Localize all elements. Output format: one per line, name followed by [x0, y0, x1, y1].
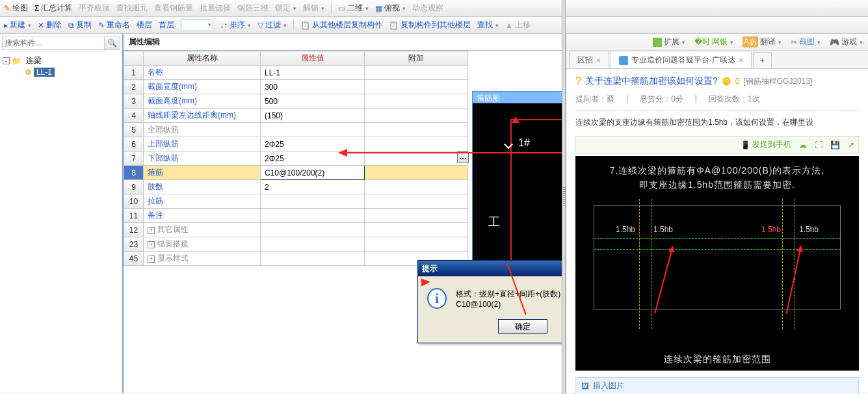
tree-child[interactable]: ⚙ LL-1: [3, 67, 120, 77]
prop-extra[interactable]: [365, 66, 468, 80]
share-icon[interactable]: ↗: [848, 140, 854, 150]
sum-tool[interactable]: Σ汇总计算: [34, 3, 72, 14]
property-row[interactable]: 4轴线距梁左边线距离(mm)(150): [124, 109, 468, 123]
insert-image-bar[interactable]: 🖼 插入图片: [575, 377, 859, 394]
prop-name: 上部纵筋: [144, 137, 261, 151]
tree-root[interactable]: - 📁 连梁: [3, 55, 120, 67]
property-row[interactable]: 23+锚固搭接: [124, 237, 468, 252]
qa-content: ? 关于连梁中箍筋加密该如何设置? 🪙 0 [钢筋抽样GGJ2013] 提问者：…: [566, 69, 868, 394]
rename-btn[interactable]: ✎ 重命名: [98, 20, 130, 31]
screenshot-menu[interactable]: ✂截图▾: [791, 36, 821, 47]
translate-menu[interactable]: Aあ翻译▾: [743, 36, 782, 47]
new-tab-button[interactable]: +: [753, 52, 772, 68]
fullscreen-icon[interactable]: ⛶: [815, 140, 822, 150]
move-up[interactable]: ▲ 上移: [505, 20, 531, 31]
tab-main[interactable]: 专业造价问题答疑平台-广联达×: [611, 51, 752, 68]
property-row[interactable]: 45+显示样式: [124, 252, 468, 266]
prop-value[interactable]: [261, 123, 365, 137]
draw-tool[interactable]: ✎绘图: [4, 3, 28, 14]
copy-to[interactable]: 📋 复制构件到其他楼层: [389, 20, 471, 31]
close-icon[interactable]: ×: [739, 56, 743, 65]
favicon-icon: [619, 56, 628, 65]
copy-btn[interactable]: ⧉ 复制: [68, 20, 92, 31]
delete-btn[interactable]: ✕ 删除: [38, 20, 62, 31]
prop-name: 截面高度(mm): [144, 94, 261, 109]
game-menu[interactable]: 🎮游戏▾: [830, 36, 863, 47]
prop-extra[interactable]: [365, 137, 468, 151]
prop-extra[interactable]: [365, 109, 468, 123]
first-floor[interactable]: 首层: [159, 20, 174, 31]
property-row[interactable]: 1名称LL-1: [124, 66, 468, 80]
prop-value[interactable]: 2Φ25: [261, 137, 365, 151]
filter-btn[interactable]: ▽ 过滤▾: [257, 20, 287, 31]
separator: [331, 3, 332, 14]
prop-extra[interactable]: [365, 80, 468, 94]
dyn-view[interactable]: 动态观察: [412, 3, 443, 14]
batch-select[interactable]: 批量选择: [200, 3, 231, 14]
search-input[interactable]: [3, 36, 104, 49]
send-phone[interactable]: 📱 发送到手机: [741, 139, 791, 150]
bank-menu[interactable]: �时网银▾: [694, 36, 733, 47]
tab-left[interactable]: 区招×: [569, 51, 609, 68]
prop-value[interactable]: 2: [261, 180, 365, 194]
property-row[interactable]: 9肢数2: [124, 180, 468, 194]
overlook[interactable]: ▦俯视▾: [375, 3, 406, 14]
dialog-ok-button[interactable]: 确定: [498, 319, 547, 334]
preview-label: 1#: [518, 137, 530, 149]
cloud-icon[interactable]: ☁: [799, 140, 807, 150]
new-btn[interactable]: ▸ 新建▾: [4, 20, 31, 31]
property-row[interactable]: 5全部纵筋: [124, 123, 468, 137]
unlock[interactable]: 解锁▾: [303, 3, 324, 14]
find-view[interactable]: 查找图元: [116, 3, 148, 14]
property-row[interactable]: 8箍筋C10@100/200(2): [124, 166, 468, 180]
floor-combo[interactable]: 楼层: [137, 20, 152, 31]
prop-name: 截面宽度(mm): [144, 80, 261, 94]
prop-extra[interactable]: [365, 180, 468, 194]
copy-from[interactable]: 📋 从其他楼层复制构件: [300, 20, 382, 31]
sort-btn[interactable]: ↓↑ 排序▾: [220, 20, 251, 31]
property-row[interactable]: 10拉筋: [124, 194, 468, 209]
property-row[interactable]: 3截面高度(mm)500: [124, 94, 468, 109]
prop-value[interactable]: 300: [261, 80, 365, 94]
dialog-title-text: 提示: [422, 263, 438, 274]
property-row[interactable]: 11备注: [124, 209, 468, 223]
prop-value[interactable]: [261, 194, 365, 209]
row-index: 3: [124, 94, 144, 109]
prop-extra[interactable]: [365, 194, 468, 209]
prop-value[interactable]: (150): [261, 109, 365, 123]
toolbar-top: ✎绘图 Σ汇总计算 平齐板顶 查找图元 查看钢筋量 批量选择 钢筋三维 锁定▾ …: [0, 0, 868, 17]
prop-extra[interactable]: [365, 166, 468, 180]
level-tool[interactable]: 平齐板顶: [79, 3, 110, 14]
collapse-icon[interactable]: -: [3, 57, 10, 64]
save-icon[interactable]: 💾: [830, 140, 840, 150]
prop-value[interactable]: C10@100/200(2): [261, 166, 365, 180]
floor-select[interactable]: ▾: [181, 20, 213, 31]
close-icon[interactable]: ×: [596, 56, 601, 65]
prop-value[interactable]: [261, 223, 365, 237]
display-2d[interactable]: ▭二维▾: [338, 3, 369, 14]
property-row[interactable]: 6上部纵筋2Φ25: [124, 137, 468, 151]
lock[interactable]: 锁定▾: [275, 3, 296, 14]
prop-value[interactable]: 500: [261, 94, 365, 109]
prop-value[interactable]: [261, 252, 365, 266]
property-row[interactable]: 2截面宽度(mm)300: [124, 80, 468, 94]
prop-extra[interactable]: [365, 123, 468, 137]
prop-extra[interactable]: [365, 209, 468, 223]
scissors-icon: ✂: [791, 38, 797, 47]
question-body: 连续次梁的支座边缘有箍筋加密范围为1.5hb，该如何设置，在哪里设: [575, 117, 859, 128]
rebar-3d[interactable]: 钢筋三维: [237, 3, 269, 14]
row-index: 11: [124, 209, 144, 223]
question-title[interactable]: 关于连梁中箍筋加密该如何设置?: [585, 75, 718, 87]
ext-menu[interactable]: 扩展▾: [653, 36, 685, 47]
find-btn[interactable]: 查找▾: [477, 20, 499, 31]
property-row[interactable]: 12+其它属性: [124, 223, 468, 237]
view-rebar[interactable]: 查看钢筋量: [154, 3, 193, 14]
search-button[interactable]: 🔍: [104, 36, 120, 49]
prop-value[interactable]: LL-1: [261, 66, 365, 80]
prop-extra[interactable]: [365, 223, 468, 237]
prop-extra[interactable]: [365, 94, 468, 109]
prop-value[interactable]: [261, 209, 365, 223]
prop-extra[interactable]: [365, 237, 468, 252]
prop-value[interactable]: [261, 237, 365, 252]
vertical-splitter[interactable]: [562, 0, 566, 394]
